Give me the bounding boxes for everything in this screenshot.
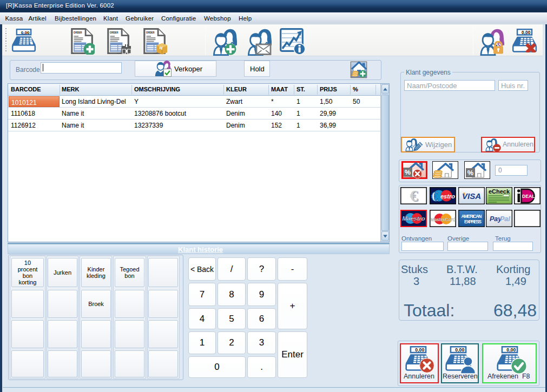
svg-text:AMERICAN: AMERICAN (462, 214, 482, 219)
svg-text:MasterCard: MasterCard (430, 217, 455, 222)
svg-text:eCheck: eCheck (489, 188, 510, 195)
svg-text:Pal: Pal (500, 215, 510, 223)
svg-text:€: € (410, 187, 418, 204)
svg-text:estro: estro (440, 193, 455, 200)
svg-text:VISA: VISA (462, 191, 481, 201)
svg-text:€: € (431, 189, 438, 204)
svg-text:Maestro: Maestro (402, 215, 425, 222)
svg-text:DEAL: DEAL (522, 194, 535, 199)
svg-text:EXPRESS: EXPRESS (464, 219, 482, 224)
